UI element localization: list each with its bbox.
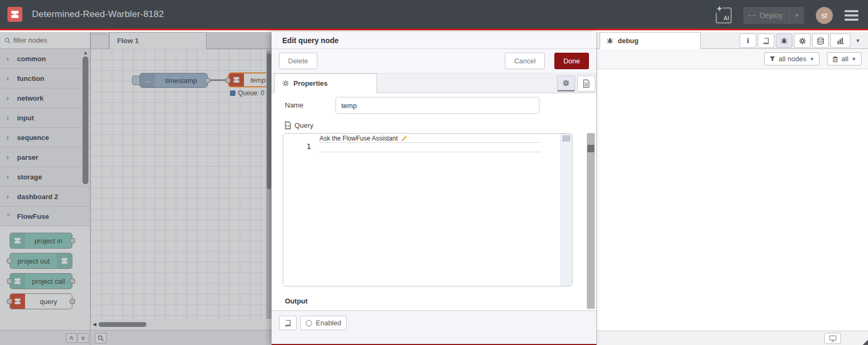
palette-category-parser[interactable]: ›parser	[0, 147, 90, 167]
flowfuse-logo-icon	[10, 294, 25, 309]
chevron-right-icon: ›	[6, 153, 12, 161]
config-nodes-button[interactable]	[794, 34, 810, 48]
debug-clear-button[interactable]: all ▼	[827, 52, 862, 65]
debug-panel-button[interactable]	[776, 34, 792, 48]
palette-node-project-in[interactable]: project in	[10, 233, 72, 249]
palette-category-sequence[interactable]: ›sequence	[0, 128, 90, 147]
chevron-right-icon: ›	[6, 74, 12, 83]
node-info-book-button[interactable]	[279, 316, 297, 330]
canvas-vertical-scrollbar[interactable]	[266, 50, 272, 319]
search-icon	[4, 37, 11, 44]
edit-tray-toolbar: Delete Cancel Done	[272, 49, 596, 73]
scroll-left-arrow-icon[interactable]: ◀	[93, 322, 96, 327]
gear-icon	[799, 37, 806, 45]
deploy-button[interactable]: ▪—▪ Deploy ▼	[743, 7, 804, 24]
zoom-search-button[interactable]	[95, 333, 107, 343]
file-code-icon	[284, 121, 291, 129]
properties-icon-button[interactable]	[557, 76, 575, 92]
sidebar-options-caret[interactable]: ▼	[855, 38, 861, 44]
deploy-node-icon: ▪—▪	[743, 12, 759, 18]
open-in-window-button[interactable]	[824, 333, 841, 344]
debug-footer	[597, 331, 868, 345]
output-section-label: Output	[285, 297, 308, 305]
help-panel-button[interactable]	[758, 34, 774, 48]
flowfuse-logo-icon	[57, 253, 72, 268]
node-temp-selected[interactable]: temp	[228, 72, 272, 87]
palette-category-dashboard2[interactable]: ›dashboard 2	[0, 187, 90, 207]
debug-message-list[interactable]	[597, 69, 868, 311]
caret-down-icon: ▼	[809, 56, 814, 62]
chevron-down-icon: ›	[5, 213, 13, 219]
magnifier-icon	[97, 335, 104, 341]
filter-nodes-input[interactable]	[13, 36, 77, 44]
ai-assistant-button[interactable]: ✦ AI	[716, 7, 732, 23]
enabled-circle-icon	[306, 320, 312, 326]
palette-scrollbar[interactable]: ▲	[82, 50, 89, 340]
node-timestamp[interactable]: → timestamp	[140, 73, 208, 88]
description-icon-button[interactable]	[577, 76, 595, 92]
palette-category-common[interactable]: ›common	[0, 49, 90, 69]
scroll-up-arrow-icon[interactable]: ▲	[82, 50, 89, 55]
dashboard-charts-button[interactable]	[830, 34, 850, 48]
edit-tray-tabs: Properties	[272, 73, 596, 93]
scrollbar-thumb[interactable]	[587, 145, 594, 152]
palette-category-flowfuse[interactable]: ›FlowFuse	[0, 207, 90, 226]
debug-toolbar: all nodes ▼ all ▼	[597, 49, 868, 69]
cancel-button[interactable]: Cancel	[505, 53, 544, 69]
workspace-footer	[91, 330, 272, 345]
info-panel-button[interactable]: i	[740, 34, 756, 48]
resize-grip[interactable]	[863, 340, 868, 345]
tab-debug[interactable]: debug	[600, 32, 701, 49]
edit-form: Name Query 1 Ask the FlowFuse Assistant …	[272, 93, 596, 310]
main-menu-button[interactable]	[845, 10, 858, 21]
chevron-right-icon: ›	[6, 54, 12, 63]
done-button[interactable]: Done	[554, 53, 589, 69]
tab-strip-spacer	[91, 34, 109, 49]
editor-scrollbar[interactable]	[560, 134, 572, 286]
tab-flow-1[interactable]: Flow 1	[109, 32, 207, 49]
enabled-toggle-button[interactable]: Enabled	[300, 316, 347, 330]
query-code-editor[interactable]: 1 Ask the FlowFuse Assistant	[283, 133, 572, 286]
gear-icon	[282, 80, 289, 87]
delete-button[interactable]: Delete	[279, 53, 317, 69]
context-data-button[interactable]	[812, 34, 829, 48]
magic-wand-icon	[400, 135, 407, 142]
sidebar-tab-bar: debug i ▼	[597, 32, 868, 49]
chevron-right-icon: ›	[6, 94, 12, 102]
palette-category-storage[interactable]: ›storage	[0, 167, 90, 187]
name-input[interactable]	[335, 97, 539, 114]
palette-category-function[interactable]: ›function	[0, 69, 90, 88]
canvas-horizontal-scrollbar[interactable]: ◀	[93, 321, 268, 328]
flow-workspace[interactable]: Flow 1 → timestamp temp Queue: 0 ◀	[91, 32, 272, 345]
debug-filter-button[interactable]: all nodes ▼	[764, 52, 820, 65]
flowfuse-logo-icon	[7, 7, 22, 22]
scrollbar-thumb[interactable]	[99, 322, 146, 327]
debug-sidebar: debug i ▼	[596, 32, 868, 345]
palette-scrollbar-thumb[interactable]	[83, 56, 88, 184]
gear-icon	[562, 79, 570, 87]
tab-properties[interactable]: Properties	[274, 73, 377, 93]
editor-active-line[interactable]	[318, 142, 540, 152]
palette-node-project-call[interactable]: project call	[10, 273, 72, 289]
palette-node-project-out[interactable]: project out	[10, 253, 72, 269]
palette-node-query[interactable]: query	[10, 293, 72, 309]
input-port[interactable]	[225, 78, 231, 83]
scrollbar-thumb[interactable]	[267, 53, 271, 189]
form-scrollbar[interactable]	[587, 133, 595, 309]
deploy-options-caret[interactable]: ▼	[789, 7, 804, 24]
output-port	[70, 299, 75, 304]
edit-tray-footer: Enabled	[272, 310, 596, 344]
document-icon	[583, 79, 590, 88]
flowfuse-assistant-hint[interactable]: Ask the FlowFuse Assistant	[320, 135, 407, 142]
expand-all-button[interactable]	[78, 333, 88, 343]
scrollbar-thumb[interactable]	[562, 135, 570, 142]
user-avatar[interactable]: st	[816, 7, 833, 24]
collapse-all-button[interactable]	[66, 333, 77, 343]
palette-category-input[interactable]: ›input	[0, 108, 90, 128]
palette-category-network[interactable]: ›network	[0, 88, 90, 108]
input-port	[7, 299, 12, 304]
input-port	[7, 258, 12, 264]
palette-footer	[0, 330, 90, 345]
chevron-right-icon: ›	[6, 192, 12, 201]
input-port	[7, 278, 12, 284]
